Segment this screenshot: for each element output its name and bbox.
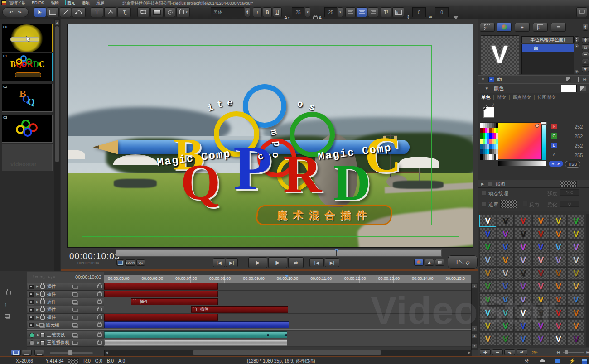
menu-item[interactable]: 雷特字幕	[9, 0, 25, 5]
style-swatch[interactable]: V	[497, 280, 514, 292]
track-visibility-icon[interactable]	[28, 315, 34, 320]
color-mode-tab[interactable]: 渐变	[497, 94, 506, 101]
mask-checkbox[interactable]	[482, 202, 487, 207]
style-swatch[interactable]: V	[550, 254, 567, 266]
style-swatch[interactable]: V	[532, 307, 549, 319]
remove-swatch-button[interactable]: ━	[492, 349, 503, 355]
style-swatch[interactable]: V	[515, 320, 531, 332]
undo-icon[interactable]: ↶	[10, 10, 13, 15]
timeline-clip[interactable]	[104, 283, 218, 290]
style-swatch[interactable]: V	[568, 307, 584, 319]
style-type-spinner[interactable]: ▲▼	[574, 36, 579, 43]
prev-frame-button[interactable]: |◀	[213, 258, 225, 267]
menu-item[interactable]: 编辑	[51, 0, 59, 5]
track-led[interactable]	[29, 340, 34, 345]
expand-tracks-icon[interactable]: ↕	[5, 302, 7, 307]
hue-slider[interactable]	[541, 121, 546, 160]
goto-end-button[interactable]: ▶|	[325, 258, 339, 267]
track-header-row[interactable]: ▶插件	[27, 298, 104, 306]
play-button[interactable]: ▶	[248, 257, 267, 268]
style-swatch[interactable]: V	[550, 241, 567, 253]
style-swatch[interactable]: V	[497, 228, 514, 240]
text-frame-button[interactable]: 国	[392, 7, 404, 17]
timeline-clip[interactable]	[104, 314, 218, 321]
bezier-tool-button[interactable]	[72, 7, 86, 17]
char-spacing-field[interactable]: 0	[435, 7, 449, 17]
timeline-clip[interactable]	[104, 321, 289, 328]
background-button[interactable]	[435, 259, 444, 266]
style-swatch[interactable]: V	[497, 267, 514, 279]
duplicate-layer-button[interactable]: ⧉	[582, 44, 589, 50]
layer-list-item-selected[interactable]: 面	[522, 44, 574, 52]
style-swatch[interactable]: V	[479, 254, 496, 266]
style-swatch[interactable]: V	[479, 293, 496, 306]
track-layers-icon[interactable]	[72, 316, 77, 319]
track-header-row[interactable]: ▶插件	[27, 314, 104, 321]
rectangle-tool-button[interactable]	[47, 7, 59, 17]
vgrid-scrollbar[interactable]	[586, 214, 589, 347]
style-swatch[interactable]: V	[515, 280, 531, 292]
style-swatch[interactable]: V	[479, 241, 496, 253]
style-swatch[interactable]: V	[515, 267, 531, 279]
style-swatch[interactable]: V	[515, 228, 531, 240]
style-swatch[interactable]: V	[497, 293, 514, 306]
track-expand-icon[interactable]: ▶	[36, 300, 39, 304]
style-swatch[interactable]: V	[515, 241, 531, 253]
color-mode-button[interactable]	[414, 259, 424, 266]
track-expand-icon[interactable]: ▶	[37, 333, 39, 337]
style-swatch[interactable]: V	[550, 320, 567, 332]
remove-section-icon[interactable]: ⊖	[583, 77, 587, 82]
style-swatch[interactable]: V	[479, 215, 496, 227]
style-swatch[interactable]: V	[497, 241, 514, 253]
style-swatch[interactable]: V	[532, 280, 549, 292]
mask-swatch[interactable]	[500, 200, 517, 208]
menu-item[interactable]: 选项	[82, 0, 90, 5]
tab-select[interactable]: ⌕	[480, 23, 495, 32]
map-section-header[interactable]: ▶ 贴图	[478, 180, 589, 188]
style-swatch[interactable]: V	[479, 267, 496, 279]
track-header-row[interactable]: ▶插件	[27, 291, 104, 298]
thumbnail-scrollbar[interactable]: ▲	[54, 19, 60, 271]
track-lock-icon[interactable]	[97, 300, 102, 304]
track-lock-icon[interactable]	[97, 323, 102, 327]
keyframe-dot[interactable]	[267, 334, 269, 336]
color-mode-tab[interactable]: 四点渐变	[513, 94, 531, 101]
a-channel-value[interactable]: 255	[575, 153, 583, 158]
cube-status-icon[interactable]	[582, 359, 588, 364]
thumbnail-01[interactable]: 01 BQPRDC	[2, 53, 53, 81]
collapse-icon[interactable]: ▼	[485, 86, 488, 91]
timeline-clip[interactable]: 插件	[131, 298, 218, 305]
thumbnail-empty-slot[interactable]: videostar	[2, 144, 53, 171]
track-header-row[interactable]: ▶插件	[27, 306, 104, 314]
tab-color-style[interactable]	[497, 23, 512, 32]
face-checkbox[interactable]: ✓	[488, 77, 494, 82]
zoom-in-icon[interactable]: ⊕	[586, 350, 589, 355]
timeline-playhead-marker[interactable]	[285, 275, 289, 278]
track-expand-icon[interactable]: ▶	[36, 292, 39, 296]
track-led[interactable]	[29, 333, 34, 338]
loop-button[interactable]: ⇄	[288, 257, 304, 268]
style-swatch[interactable]: V	[515, 293, 531, 306]
style-swatch[interactable]: V	[479, 320, 496, 332]
style-swatch[interactable]: V	[515, 254, 531, 266]
timeline-clip[interactable]	[104, 291, 218, 297]
shade-icon[interactable]	[566, 77, 571, 82]
timeline-hscrollbar[interactable]: ◀ ▶	[104, 350, 472, 356]
plugin-tree-icon[interactable]	[6, 291, 11, 295]
title-letter[interactable]: R	[283, 148, 322, 201]
char-width-dropdown[interactable]: ▼	[338, 7, 343, 17]
color-subsection-header[interactable]: ▼ 颜色	[478, 83, 589, 93]
color-mode-tab[interactable]: 位图渐变	[538, 94, 556, 101]
style-swatch[interactable]: V	[568, 254, 584, 266]
thumbnail-02[interactable]: 02 B Q Q	[2, 84, 53, 112]
timeline-clip[interactable]	[104, 339, 287, 346]
tab-spinner[interactable]: ▲▼	[583, 24, 588, 31]
brightness-bar[interactable]	[498, 161, 546, 166]
timeline-clip[interactable]: 插件	[191, 306, 288, 313]
text-on-path-tool-button[interactable]: T̰	[117, 7, 131, 17]
style-swatch[interactable]: V	[532, 333, 549, 345]
select-tool-button[interactable]	[34, 7, 46, 17]
panels-icon[interactable]	[555, 359, 560, 363]
track-mode-button-3[interactable]	[34, 350, 44, 356]
track-visibility-icon[interactable]	[28, 307, 34, 312]
